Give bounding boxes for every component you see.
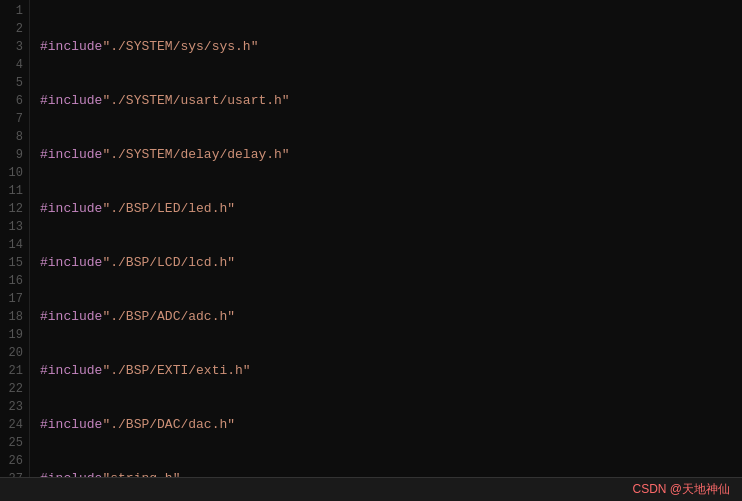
watermark-text: CSDN @天地神仙	[632, 481, 730, 498]
bottom-bar: CSDN @天地神仙	[0, 477, 742, 501]
code-editor: 1 2 3 4 5 6 7 8 9 10 11 12 13 14 15 16 1…	[0, 0, 742, 501]
code-line: #include "./BSP/LCD/lcd.h"	[40, 254, 742, 272]
code-line: #include "./BSP/LED/led.h"	[40, 200, 742, 218]
code-area: 1 2 3 4 5 6 7 8 9 10 11 12 13 14 15 16 1…	[0, 0, 742, 477]
code-line: #include "./SYSTEM/sys/sys.h"	[40, 38, 742, 56]
line-numbers: 1 2 3 4 5 6 7 8 9 10 11 12 13 14 15 16 1…	[0, 0, 30, 477]
code-line: #include "./BSP/DAC/dac.h"	[40, 416, 742, 434]
code-line: #include "./SYSTEM/usart/usart.h"	[40, 92, 742, 110]
code-line: #include "./SYSTEM/delay/delay.h"	[40, 146, 742, 164]
code-line: #include "string.h"	[40, 470, 742, 477]
code-line: #include "./BSP/EXTI/exti.h"	[40, 362, 742, 380]
code-line: #include "./BSP/ADC/adc.h"	[40, 308, 742, 326]
code-content: #include "./SYSTEM/sys/sys.h" #include "…	[30, 0, 742, 477]
